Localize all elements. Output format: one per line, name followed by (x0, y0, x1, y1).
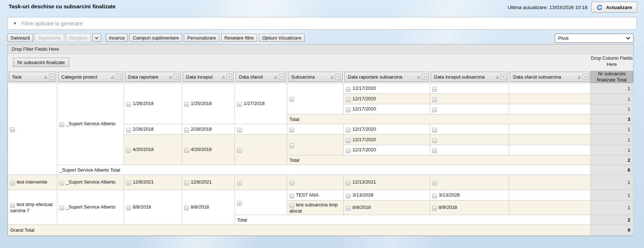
overwrite-button[interactable]: Suprascrie (35, 34, 64, 42)
sort-asc-icon: △ (496, 75, 499, 79)
load-button[interactable]: Incarca (106, 34, 128, 42)
field-button-data-raportare-subsarcina[interactable]: Data raportare subsarcina △ ▼ (344, 72, 429, 82)
cell-categorie-proiect: −_Suport Service Alberto (57, 83, 124, 165)
collapse-icon[interactable]: − (237, 148, 242, 153)
cell-data-sfarsit-subsarcina (509, 94, 591, 104)
collapse-icon[interactable]: − (289, 143, 294, 148)
field-button-categorie-proiect[interactable]: Categorie proiect △ ▼ (58, 72, 123, 82)
collapse-icon[interactable]: − (237, 128, 242, 133)
collapse-icon[interactable]: − (126, 148, 131, 153)
cell-total-label: Total (287, 155, 591, 165)
personalize-button[interactable]: Personalizare (184, 34, 219, 42)
collapse-icon[interactable]: − (184, 128, 189, 133)
collapse-icon[interactable]: − (184, 206, 189, 210)
collapse-icon[interactable]: − (184, 102, 189, 107)
collapse-icon[interactable]: − (237, 102, 242, 107)
save-button[interactable]: Salvează (7, 34, 33, 42)
collapse-icon[interactable]: − (10, 127, 15, 132)
cell-data-raportare: −8/8/2018 (124, 190, 182, 225)
collapse-icon[interactable]: − (346, 194, 351, 198)
refresh-button[interactable]: Actualizare (591, 2, 637, 13)
filter-dropdown-icon[interactable]: ▼ (422, 74, 427, 80)
collapse-icon[interactable]: − (346, 206, 351, 211)
collapse-icon[interactable]: − (184, 148, 189, 153)
cell-data-inceput-subsarcina: −3/13/2026 (430, 190, 509, 201)
collapse-icon[interactable]: − (346, 97, 351, 102)
cell-data-inceput: −12/8/2021 (182, 175, 235, 190)
field-header-data-sfarsit: Data sfarsit △ ▼ (235, 71, 287, 83)
cell-data-inceput: −2/28/2018 (182, 124, 235, 135)
collapse-icon[interactable]: − (126, 206, 131, 210)
collapse-icon[interactable]: − (59, 122, 64, 127)
collapse-icon[interactable]: − (10, 181, 15, 185)
reset-filters-button[interactable]: Resetare filtre (221, 34, 257, 42)
cell-categorie-proiect: −_Suport Service Alberto (57, 190, 124, 225)
cell-data-sfarsit-subsarcina (509, 175, 591, 190)
collapse-icon[interactable]: − (432, 128, 437, 133)
collapse-icon[interactable]: − (237, 181, 242, 185)
applied-filters-panel[interactable]: ▼ Filtre aplicate la generare (7, 17, 637, 30)
collapse-icon[interactable]: − (432, 148, 437, 153)
collapse-icon[interactable]: − (346, 108, 351, 112)
collapse-icon[interactable]: − (346, 138, 351, 143)
collapse-icon[interactable]: − (289, 97, 294, 102)
collapse-icon[interactable]: − (126, 181, 131, 185)
filter-dropdown-icon[interactable]: ▼ (174, 74, 179, 80)
cell-grand-total-label: Grand Total (8, 225, 591, 236)
filter-dropdown-icon[interactable]: ▼ (227, 74, 232, 80)
filter-dropdown-icon[interactable]: ▼ (501, 74, 506, 80)
field-button-task[interactable]: Task △ ▼ (9, 72, 56, 82)
collapse-icon[interactable]: − (289, 194, 294, 198)
table-row: −test timp efectuat sarcina 7 −_Suport S… (8, 190, 633, 201)
filter-dropdown-icon[interactable]: ▼ (582, 74, 588, 80)
view-options-button[interactable]: Optiuni Vizualizare (259, 34, 305, 42)
filter-fields-drop-zone[interactable]: Drop Filter Fields Here (8, 45, 633, 54)
collapse-icon[interactable]: − (346, 181, 351, 185)
data-field-button[interactable]: Nr subsarcini finalizate (13, 58, 69, 67)
collapse-icon[interactable]: − (432, 138, 437, 143)
filter-dropdown-icon[interactable]: ▼ (279, 74, 284, 80)
collapse-icon[interactable]: − (126, 102, 131, 107)
cell-data-sfarsit-subsarcina (509, 124, 591, 135)
collapse-icon[interactable]: − (126, 128, 131, 133)
total-column-header: Nr subsarcini finalizate Total (590, 71, 633, 83)
collapse-icon[interactable]: − (346, 87, 351, 92)
field-button-subsarcina[interactable]: Subsarcina △ ▼ (288, 72, 343, 82)
delete-button[interactable]: Stergere (66, 34, 91, 42)
filters-collapse-icon[interactable]: ▼ (13, 21, 17, 25)
field-button-data-sfarsit[interactable]: Data sfarsit △ ▼ (236, 72, 286, 82)
collapse-icon[interactable]: − (432, 181, 437, 185)
collapse-icon[interactable]: − (59, 206, 64, 210)
collapse-icon[interactable]: − (289, 181, 294, 185)
table-row-grand-total: Grand Total 9 (8, 225, 633, 236)
collapse-icon[interactable]: − (346, 128, 351, 133)
collapse-icon[interactable]: − (432, 206, 437, 211)
field-header-data-sfarsit-subsarcina: Data sfarsit subsarcina △ ▼ (509, 71, 590, 83)
extra-fields-button[interactable]: Campuri suplimentare (129, 34, 182, 42)
collapse-icon[interactable]: − (432, 87, 437, 92)
field-button-data-raportare[interactable]: Data raportare △ ▼ (125, 72, 181, 82)
cell-categorie-proiect: −_Suport Service Alberto (57, 175, 124, 190)
collapse-icon[interactable]: − (289, 128, 294, 133)
collapse-icon[interactable]: − (59, 181, 64, 185)
view-selector[interactable]: Pivot (555, 34, 633, 43)
cell-total-label: Total (235, 215, 591, 225)
filter-dropdown-icon[interactable]: ▼ (49, 74, 54, 80)
filter-dropdown-icon[interactable]: ▼ (116, 74, 121, 80)
last-update-text: Ultima actualizare: 13/03/2026 10:18 (508, 5, 587, 10)
field-header-task: Task △ ▼ (8, 71, 57, 83)
collapse-icon[interactable]: − (432, 108, 437, 112)
collapse-icon[interactable]: − (237, 201, 242, 206)
collapse-icon[interactable]: − (184, 181, 189, 185)
collapse-icon[interactable]: − (10, 203, 15, 208)
collapse-icon[interactable]: − (289, 203, 294, 208)
field-button-data-inceput[interactable]: Data inceput △ ▼ (183, 72, 234, 82)
collapse-icon[interactable]: − (432, 194, 437, 198)
field-button-data-inceput-subsarcina[interactable]: Data inceput subsarcina △ ▼ (431, 72, 508, 82)
collapse-icon[interactable]: − (346, 148, 351, 153)
field-button-data-sfarsit-subsarcina[interactable]: Data sfarsit subsarcina △ ▼ (510, 72, 590, 82)
layout-dropdown-button[interactable] (92, 34, 101, 42)
column-fields-drop-zone[interactable]: Drop Column Fields Here (590, 55, 633, 68)
filter-dropdown-icon[interactable]: ▼ (335, 74, 341, 80)
collapse-icon[interactable]: − (432, 97, 437, 102)
